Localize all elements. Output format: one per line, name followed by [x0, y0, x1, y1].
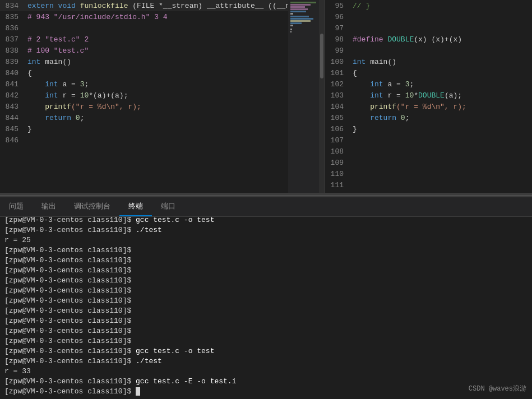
line-number: 844 [0, 114, 25, 122]
code-line: 845} [0, 123, 288, 134]
tab-问题[interactable]: 问题 [0, 197, 33, 216]
line-content: // } [350, 2, 370, 10]
line-number: 842 [0, 91, 25, 100]
line-content: int r = 10*DOUBLE(a); [350, 91, 462, 100]
line-number: 835 [0, 13, 25, 21]
terminal-line: [zpw@VM-0-3-centos class110]$ gcc test.c… [4, 377, 528, 387]
tab-端口[interactable]: 端口 [152, 197, 184, 216]
line-number: 845 [0, 125, 25, 133]
line-content: # 100 "test.c" [25, 47, 89, 55]
code-line: 95// } [325, 0, 532, 11]
terminal-line: [zpw@VM-0-3-centos class110]$ [4, 326, 528, 336]
code-line: 835# 943 "/usr/include/stdio.h" 3 4 [0, 11, 288, 22]
terminal-line: r = 25 [4, 235, 528, 245]
line-content: int a = 3; [350, 80, 414, 89]
code-line: 837# 2 "test.c" 2 [0, 34, 288, 45]
line-number: 836 [0, 24, 25, 33]
terminal-line: [zpw@VM-0-3-centos class110]$ [4, 266, 528, 276]
terminal-line: [zpw@VM-0-3-centos class110]$ gcc test.c… [4, 346, 528, 356]
line-number: 110 [325, 170, 350, 178]
code-line: 841 int a = 3; [0, 78, 288, 90]
code-line: 838# 100 "test.c" [0, 45, 288, 56]
code-line: 103 int r = 10*DOUBLE(a); [325, 90, 532, 101]
code-line: 108 [325, 146, 532, 157]
line-number: 100 [325, 58, 350, 66]
code-line: 840{ [0, 67, 288, 78]
terminal-content[interactable]: r = 11[zpw@VM-0-3-centos class110]$ [zpw… [0, 217, 532, 399]
terminal-line: [zpw@VM-0-3-centos class110]$ [4, 276, 528, 286]
code-line: 102 int a = 3; [325, 78, 532, 90]
code-line: 107 [325, 134, 532, 146]
code-line: 106} [325, 123, 532, 134]
terminal-line: [zpw@VM-0-3-centos class110]$ [4, 286, 528, 296]
line-content: # 943 "/usr/include/stdio.h" 3 4 [25, 13, 168, 21]
code-line: 844 return 0; [0, 112, 288, 123]
terminal-line: [zpw@VM-0-3-centos class110]$ ./test [4, 356, 528, 366]
terminal-line: [zpw@VM-0-3-centos class110]$ gcc test.c… [4, 217, 528, 225]
line-number: 97 [325, 24, 350, 33]
line-number: 104 [325, 103, 350, 111]
terminal-line: [zpw@VM-0-3-centos class110]$ [4, 245, 528, 256]
code-line: 99 [325, 45, 532, 56]
code-line: 97 [325, 22, 532, 34]
line-number: 108 [325, 147, 350, 156]
line-number: 95 [325, 2, 350, 10]
line-content: int r = 10*(a)+(a); [25, 91, 128, 100]
line-number: 101 [325, 69, 350, 77]
left-scrollbar[interactable] [319, 0, 325, 193]
line-content: { [25, 69, 32, 77]
line-content: { [350, 69, 357, 77]
line-content: int a = 3; [25, 80, 89, 89]
line-number: 111 [325, 181, 350, 189]
terminal-line: [zpw@VM-0-3-centos class110]$ [4, 296, 528, 306]
tab-调试控制台[interactable]: 调试控制台 [65, 197, 119, 216]
code-line: 98#define DOUBLE(x) (x)+(x) [325, 34, 532, 45]
line-content: #define DOUBLE(x) (x)+(x) [350, 35, 462, 44]
line-number: 107 [325, 136, 350, 145]
right-code-content: 95// }969798#define DOUBLE(x) (x)+(x)991… [325, 0, 532, 193]
code-line: 101{ [325, 67, 532, 78]
line-content: return 0; [350, 114, 409, 122]
line-number: 106 [325, 125, 350, 133]
code-line: 109 [325, 157, 532, 168]
line-number: 105 [325, 114, 350, 122]
terminal-area: 问题输出调试控制台终端端口 r = 11[zpw@VM-0-3-centos c… [0, 197, 532, 399]
line-number: 839 [0, 58, 25, 66]
divider-line [0, 195, 532, 196]
line-number: 846 [0, 136, 25, 145]
terminal-line: [zpw@VM-0-3-centos class110]$ [4, 256, 528, 266]
panel-divider[interactable] [0, 193, 532, 197]
line-number: 840 [0, 69, 25, 77]
right-editor: 95// }969798#define DOUBLE(x) (x)+(x)991… [325, 0, 532, 193]
left-editor: 834extern void funlockfile (FILE *__stre… [0, 0, 325, 193]
line-content: # 2 "test.c" 2 [25, 35, 89, 44]
terminal-line: [zpw@VM-0-3-centos class110]$ [4, 387, 528, 397]
terminal-line: r = 33 [4, 366, 528, 377]
line-content: return 0; [25, 114, 84, 122]
code-line: 100int main() [325, 56, 532, 67]
line-number: 109 [325, 159, 350, 167]
line-number: 843 [0, 103, 25, 111]
line-content: } [25, 125, 32, 133]
code-line: 96 [325, 11, 532, 22]
line-number: 96 [325, 13, 350, 21]
line-content: } [350, 125, 357, 133]
left-code-content: 834extern void funlockfile (FILE *__stre… [0, 0, 288, 193]
tab-bar: 问题输出调试控制台终端端口 [0, 197, 532, 217]
terminal-line: [zpw@VM-0-3-centos class110]$ [4, 306, 528, 316]
tab-输出[interactable]: 输出 [33, 197, 65, 216]
line-content: printf("r = %d\n", r); [25, 103, 141, 111]
line-content: int main() [25, 58, 71, 66]
line-number: 838 [0, 47, 25, 55]
line-number: 103 [325, 91, 350, 100]
tab-终端[interactable]: 终端 [119, 197, 152, 216]
left-minimap [288, 0, 319, 193]
line-number: 102 [325, 80, 350, 89]
terminal-line: [zpw@VM-0-3-centos class110]$ [4, 316, 528, 326]
code-line: 836 [0, 22, 288, 34]
code-line: 843 printf("r = %d\n", r); [0, 101, 288, 112]
editor-panes: 834extern void funlockfile (FILE *__stre… [0, 0, 532, 193]
code-line: 110 [325, 168, 532, 179]
code-line: 105 return 0; [325, 112, 532, 123]
code-line: 839int main() [0, 56, 288, 67]
